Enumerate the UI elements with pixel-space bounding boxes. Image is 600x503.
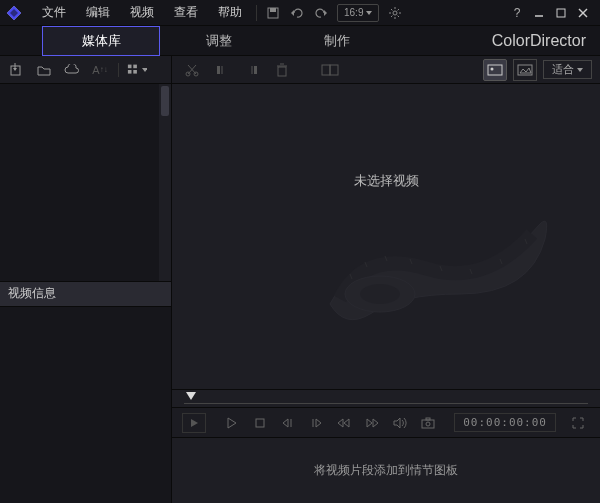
compare-icon[interactable] bbox=[318, 59, 342, 81]
svg-marker-6 bbox=[366, 11, 372, 15]
mode-tabs: 媒体库 调整 制作 ColorDirector bbox=[0, 26, 600, 56]
ruler-line bbox=[184, 403, 588, 404]
svg-marker-5 bbox=[324, 10, 327, 16]
fit-label: 适合 bbox=[552, 62, 574, 77]
menu-view[interactable]: 查看 bbox=[164, 4, 208, 21]
storyboard-hint: 将视频片段添加到情节图板 bbox=[314, 462, 458, 479]
delete-icon[interactable] bbox=[270, 59, 294, 81]
svg-point-7 bbox=[393, 11, 397, 15]
svg-marker-4 bbox=[291, 10, 294, 16]
filmstrip-icon bbox=[310, 184, 560, 334]
video-info-body bbox=[0, 307, 171, 504]
svg-marker-19 bbox=[142, 68, 147, 72]
svg-point-61 bbox=[426, 422, 430, 426]
maximize-icon[interactable] bbox=[550, 2, 572, 24]
minimize-icon[interactable] bbox=[528, 2, 550, 24]
close-icon[interactable] bbox=[572, 2, 594, 24]
menu-video[interactable]: 视频 bbox=[120, 4, 164, 21]
play-icon[interactable] bbox=[220, 413, 244, 433]
svg-rect-62 bbox=[426, 418, 430, 420]
svg-marker-58 bbox=[373, 419, 378, 427]
separator bbox=[118, 63, 119, 77]
tab-produce[interactable]: 制作 bbox=[278, 27, 396, 55]
svg-rect-24 bbox=[217, 66, 220, 74]
preview-toolbar: 适合 bbox=[172, 56, 600, 84]
view-mode-a-icon[interactable] bbox=[483, 59, 507, 81]
forward-icon[interactable] bbox=[360, 413, 384, 433]
preview-area: 未选择视频 bbox=[172, 84, 600, 389]
tab-adjust[interactable]: 调整 bbox=[160, 27, 278, 55]
volume-icon[interactable] bbox=[388, 413, 412, 433]
redo-icon[interactable] bbox=[309, 1, 333, 25]
view-mode-b-icon[interactable] bbox=[513, 59, 537, 81]
svg-point-39 bbox=[360, 284, 400, 304]
cloud-icon[interactable] bbox=[62, 60, 82, 80]
right-panel: 适合 未选择视频 bbox=[172, 56, 600, 503]
aspect-ratio-label: 16:9 bbox=[344, 7, 363, 18]
prev-frame-icon[interactable] bbox=[276, 413, 300, 433]
svg-marker-37 bbox=[577, 68, 583, 72]
app-logo-icon bbox=[6, 5, 22, 21]
svg-marker-14 bbox=[13, 68, 17, 71]
timeline-ruler[interactable] bbox=[172, 389, 600, 407]
tab-media[interactable]: 媒体库 bbox=[42, 26, 160, 56]
svg-rect-32 bbox=[330, 65, 338, 75]
next-frame-icon[interactable] bbox=[304, 413, 328, 433]
svg-rect-9 bbox=[557, 9, 565, 17]
fullscreen-icon[interactable] bbox=[566, 413, 590, 433]
media-toolbar: A↑↓ bbox=[0, 56, 171, 84]
svg-rect-28 bbox=[278, 67, 286, 76]
svg-marker-57 bbox=[367, 419, 372, 427]
svg-point-34 bbox=[491, 67, 494, 70]
svg-marker-49 bbox=[228, 418, 236, 428]
svg-marker-51 bbox=[283, 419, 288, 427]
svg-rect-31 bbox=[322, 65, 330, 75]
left-panel: A↑↓ 视频信息 bbox=[0, 56, 172, 503]
main-area: A↑↓ 视频信息 适合 未选择视频 bbox=[0, 56, 600, 503]
svg-rect-3 bbox=[270, 8, 276, 12]
fit-select[interactable]: 适合 bbox=[543, 60, 592, 79]
rewind-icon[interactable] bbox=[332, 413, 356, 433]
import-file-icon[interactable] bbox=[6, 60, 26, 80]
svg-marker-55 bbox=[338, 419, 343, 427]
import-folder-icon[interactable] bbox=[34, 60, 54, 80]
trim-right-icon[interactable] bbox=[240, 59, 264, 81]
settings-icon[interactable] bbox=[383, 1, 407, 25]
svg-rect-50 bbox=[256, 419, 264, 427]
snapshot-icon[interactable] bbox=[416, 413, 440, 433]
svg-rect-16 bbox=[133, 64, 137, 68]
storyboard-area[interactable]: 将视频片段添加到情节图板 bbox=[172, 437, 600, 503]
chevron-down-icon bbox=[366, 11, 372, 15]
text-size-icon[interactable]: A↑↓ bbox=[90, 60, 110, 80]
svg-marker-56 bbox=[344, 419, 349, 427]
menu-file[interactable]: 文件 bbox=[32, 4, 76, 21]
cut-icon[interactable] bbox=[180, 59, 204, 81]
svg-rect-33 bbox=[488, 65, 502, 75]
aspect-ratio-select[interactable]: 16:9 bbox=[337, 4, 379, 22]
undo-icon[interactable] bbox=[285, 1, 309, 25]
svg-marker-36 bbox=[520, 68, 531, 73]
menu-help[interactable]: 帮助 bbox=[208, 4, 252, 21]
svg-rect-27 bbox=[254, 66, 257, 74]
record-icon[interactable] bbox=[182, 413, 206, 433]
trim-left-icon[interactable] bbox=[210, 59, 234, 81]
playhead-icon[interactable] bbox=[186, 392, 196, 400]
stop-icon[interactable] bbox=[248, 413, 272, 433]
timecode-display: 00:00:00:00 bbox=[454, 413, 556, 432]
grid-view-icon[interactable] bbox=[127, 60, 147, 80]
help-icon[interactable]: ? bbox=[506, 2, 528, 24]
svg-marker-54 bbox=[316, 419, 321, 427]
menubar: 文件 编辑 视频 查看 帮助 16:9 ? bbox=[0, 0, 600, 26]
menu-edit[interactable]: 编辑 bbox=[76, 4, 120, 21]
scrollbar-vertical[interactable] bbox=[159, 84, 171, 281]
svg-marker-48 bbox=[191, 419, 198, 427]
playback-controls: 00:00:00:00 bbox=[172, 407, 600, 437]
svg-rect-60 bbox=[422, 420, 434, 428]
media-library[interactable] bbox=[0, 84, 171, 281]
svg-marker-59 bbox=[394, 418, 400, 428]
save-icon[interactable] bbox=[261, 1, 285, 25]
svg-rect-15 bbox=[128, 64, 132, 68]
video-info-header: 视频信息 bbox=[0, 281, 171, 307]
svg-rect-18 bbox=[133, 70, 137, 74]
separator bbox=[256, 5, 257, 21]
